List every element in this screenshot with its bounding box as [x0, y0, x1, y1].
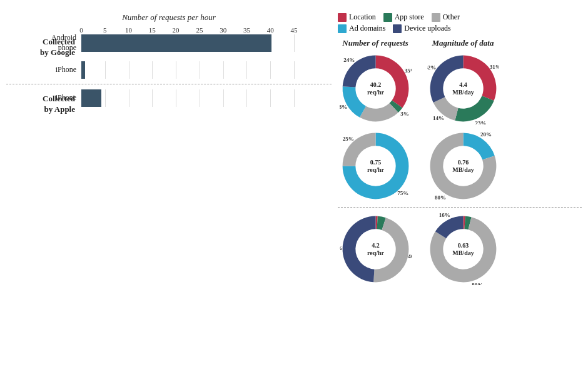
svg-text:16%: 16% — [438, 213, 450, 218]
svg-text:46%: 46% — [408, 253, 412, 259]
svg-text:0.75: 0.75 — [370, 158, 381, 165]
bar-chart-panel: Number of requests per hour 051015202530… — [6, 13, 332, 386]
donut-wrapper: 1%4%46%49%4.2req/hr — [338, 211, 413, 286]
section-divider — [338, 207, 582, 208]
svg-text:31%: 31% — [489, 63, 499, 69]
svg-text:3%: 3% — [465, 213, 474, 214]
svg-text:35%: 35% — [404, 68, 411, 74]
svg-text:4.2: 4.2 — [372, 241, 380, 248]
bar-device-label: Android phone — [6, 33, 81, 53]
bar-fill — [81, 89, 101, 107]
svg-text:14%: 14% — [433, 115, 444, 121]
legend-label: Device uploads — [404, 24, 450, 33]
bar-row: Android phone — [6, 28, 332, 59]
svg-text:23%: 23% — [475, 119, 486, 124]
svg-text:25%: 25% — [342, 135, 353, 141]
legend-item: Other — [432, 13, 460, 22]
legend-color — [338, 24, 347, 33]
svg-text:MB/day: MB/day — [452, 88, 474, 95]
svg-text:4.4: 4.4 — [459, 81, 467, 88]
bar-fill — [81, 34, 271, 52]
svg-text:80%: 80% — [435, 194, 446, 200]
donut-headers: Number of requestsMagnitude of data — [338, 38, 582, 48]
bar-device-label: iPhone — [6, 93, 81, 103]
svg-text:49%: 49% — [340, 244, 343, 251]
donut-row-apple-iphone: 1%4%46%49%4.2req/hr1%3%80%16%0.63MB/day — [338, 211, 582, 286]
legend-item: Ad domains — [338, 24, 385, 33]
bar-fill — [81, 61, 85, 79]
legend-label: Ad domains — [349, 24, 385, 33]
svg-text:3%: 3% — [400, 111, 409, 117]
svg-text:32%: 32% — [427, 64, 436, 71]
bar-track — [81, 61, 294, 79]
svg-text:MB/day: MB/day — [452, 166, 474, 173]
legend: LocationApp storeOtherAd domainsDevice u… — [338, 13, 582, 33]
donut-col-header: Magnitude of data — [425, 38, 500, 48]
svg-text:req/hr: req/hr — [367, 166, 384, 173]
bar-device-label: iPhone — [6, 65, 81, 75]
svg-text:75%: 75% — [397, 190, 408, 196]
donut-wrapper: 35%3%20%18%24%40.2req/hr — [338, 51, 413, 126]
svg-text:18%: 18% — [340, 104, 347, 110]
svg-text:80%: 80% — [472, 282, 483, 285]
legend-color — [383, 13, 392, 22]
bar-row: iPhone — [6, 59, 332, 81]
svg-text:20%: 20% — [375, 123, 386, 124]
legend-color — [393, 24, 402, 33]
legend-item: App store — [383, 13, 424, 22]
bar-chart-area: 051015202530354045Collected by GoogleAnd… — [6, 26, 332, 109]
bar-track — [81, 89, 294, 107]
donut-row-google-iphone: 75%25%0.75req/hr20%80%0.76MB/day — [338, 128, 582, 203]
svg-text:24%: 24% — [343, 57, 355, 63]
svg-text:req/hr: req/hr — [367, 249, 384, 256]
legend-color — [338, 13, 347, 22]
svg-text:20%: 20% — [480, 131, 491, 138]
svg-text:0.63: 0.63 — [457, 241, 469, 248]
legend-label: Other — [443, 13, 460, 22]
right-panel: LocationApp storeOtherAd domainsDevice u… — [332, 13, 582, 386]
legend-label: App store — [395, 13, 424, 22]
svg-text:4%: 4% — [378, 213, 387, 214]
donut-wrapper: 31%23%14%32%4.4MB/day — [425, 51, 500, 126]
svg-text:req/hr: req/hr — [367, 88, 384, 95]
bar-track — [81, 34, 294, 52]
donut-wrapper: 1%3%80%16%0.63MB/day — [425, 211, 500, 286]
donut-wrapper: 20%80%0.76MB/day — [425, 128, 500, 203]
legend-color — [432, 13, 440, 22]
donut-row-google-android: 35%3%20%18%24%40.2req/hr31%23%14%32%4.4M… — [338, 51, 582, 126]
bar-chart-title: Number of requests per hour — [6, 13, 332, 23]
svg-text:MB/day: MB/day — [452, 249, 474, 256]
bar-row: iPhone — [6, 87, 332, 109]
svg-text:0.76: 0.76 — [457, 158, 469, 165]
legend-item: Location — [338, 13, 376, 22]
chart-container: Number of requests per hour 051015202530… — [0, 0, 588, 392]
svg-text:40.2: 40.2 — [370, 81, 381, 88]
section-divider — [6, 84, 332, 84]
donut-wrapper: 75%25%0.75req/hr — [338, 128, 413, 203]
legend-label: Location — [349, 13, 376, 22]
legend-item: Device uploads — [393, 24, 450, 33]
donut-col-header: Number of requests — [338, 38, 413, 48]
